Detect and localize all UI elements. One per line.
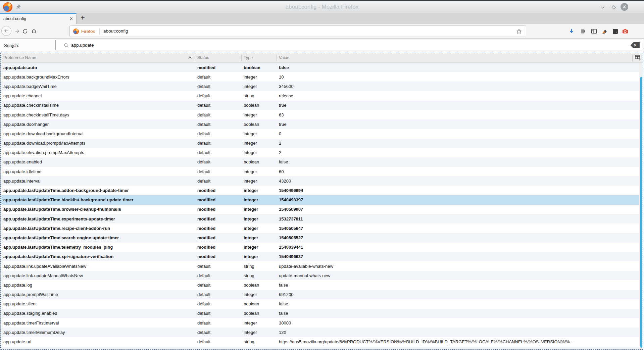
back-arrow-icon xyxy=(4,28,9,34)
table-header: Preference Name Status Type Value xyxy=(1,53,643,63)
cell-value: false xyxy=(279,159,639,164)
cell-name: app.update.lastUpdateTime.experiments-up… xyxy=(1,216,197,221)
cell-value: 120 xyxy=(279,330,639,335)
column-divider xyxy=(241,55,242,61)
sidebar-button[interactable] xyxy=(590,28,598,35)
table-row[interactable]: app.update.promptWaitTimedefaultinteger6… xyxy=(1,290,639,299)
maximize-button[interactable] xyxy=(610,3,618,11)
table-row[interactable]: app.update.lastUpdateTime.search-engine-… xyxy=(1,233,639,242)
cell-name: app.update.checkInstallTime xyxy=(1,103,197,108)
table-row[interactable]: app.update.download.backgroundIntervalde… xyxy=(1,129,639,138)
search-icon xyxy=(64,43,69,48)
table-row[interactable]: app.update.channeldefaultstringrelease xyxy=(1,91,639,101)
cell-name: app.update.timerMinimumDelay xyxy=(1,330,197,335)
tab-about-config[interactable]: about:config × xyxy=(0,13,77,24)
table-row[interactable]: app.update.automodifiedbooleanfalse xyxy=(1,63,639,72)
cell-value: 43200 xyxy=(279,179,639,184)
library-button[interactable] xyxy=(579,28,587,35)
table-row[interactable]: app.update.urldefaultstringhttps://aus5.… xyxy=(1,337,639,346)
cell-value: 1540039441 xyxy=(279,245,639,250)
table-row[interactable]: app.update.idletimedefaultinteger60 xyxy=(1,167,639,176)
cell-type: integer xyxy=(244,74,279,80)
cell-name: app.update.channel xyxy=(1,93,197,98)
cell-type: string xyxy=(244,339,279,344)
table-row[interactable]: app.update.backgroundMaxErrorsdefaultint… xyxy=(1,72,639,82)
table-row[interactable]: app.update.silentdefaultbooleanfalse xyxy=(1,299,639,309)
cell-status: default xyxy=(197,301,244,306)
clear-search-button[interactable]: ✕ xyxy=(631,42,640,48)
chevron-down-icon xyxy=(600,5,605,10)
url-bar[interactable]: Firefox about:config xyxy=(69,26,526,37)
table-row[interactable]: app.update.lastUpdateTime.experiments-up… xyxy=(1,214,639,223)
cell-type: integer xyxy=(244,84,279,89)
cell-name: app.update.url xyxy=(1,339,197,344)
table-row[interactable]: app.update.timerFirstIntervaldefaultinte… xyxy=(1,318,639,328)
table-row[interactable]: app.update.logdefaultbooleanfalse xyxy=(1,280,639,290)
site-identity[interactable]: Firefox xyxy=(73,29,95,34)
cell-value: 63 xyxy=(279,112,639,117)
download-arrow-icon xyxy=(569,28,574,34)
cell-value: update-manual-whats-new xyxy=(279,273,639,278)
bookmark-star-icon[interactable] xyxy=(516,29,522,34)
cell-name: app.update.checkInstallTime.days xyxy=(1,112,197,117)
downloads-button[interactable] xyxy=(568,28,575,35)
column-header-type[interactable]: Type xyxy=(244,55,253,60)
table-row[interactable]: app.update.doorhangerdefaultbooleantrue xyxy=(1,119,639,129)
cell-value: release xyxy=(279,93,639,98)
cell-name: app.update.silent xyxy=(1,301,197,306)
table-row[interactable]: app.update.lastUpdateTime.telemetry_modu… xyxy=(1,243,639,252)
cell-status: default xyxy=(197,273,244,278)
screenshot-camera-button[interactable] xyxy=(622,28,629,35)
table-row[interactable]: app.update.lastUpdateTime.addon-backgrou… xyxy=(1,186,639,195)
column-header-value[interactable]: Value xyxy=(279,55,289,60)
cell-type: integer xyxy=(244,245,279,250)
pref-rows: app.update.automodifiedbooleanfalseapp.u… xyxy=(1,63,639,349)
table-row[interactable]: app.update.timerMinimumDelaydefaultinteg… xyxy=(1,328,639,337)
cell-value: update-available-whats-new xyxy=(279,264,639,269)
new-tab-button[interactable]: + xyxy=(81,13,85,22)
table-row[interactable]: app.update.enableddefaultbooleanfalse xyxy=(1,157,639,167)
cell-type: integer xyxy=(244,188,279,193)
table-row[interactable]: app.update.badgeWaitTimedefaultinteger34… xyxy=(1,82,639,91)
minimize-button[interactable] xyxy=(599,3,607,11)
table-row[interactable]: app.update.elevation.promptMaxAttemptsde… xyxy=(1,148,639,157)
cell-value: 2 xyxy=(279,150,639,155)
back-button[interactable] xyxy=(1,26,11,36)
reload-button[interactable] xyxy=(21,28,29,35)
column-header-preference-name[interactable]: Preference Name xyxy=(3,55,36,60)
table-row[interactable]: app.update.lastUpdateTime.xpi-signature-… xyxy=(1,252,639,261)
cell-name: app.update.lastUpdateTime.browser-cleanu… xyxy=(1,207,197,212)
window-title: about:config - Mozilla Firefox xyxy=(0,4,644,10)
cell-name: app.update.interval xyxy=(1,179,197,184)
cell-value: 1540493397 xyxy=(279,197,639,202)
search-input[interactable]: app.update ✕ xyxy=(55,40,642,50)
table-row[interactable]: app.update.lastUpdateTime.blocklist-back… xyxy=(1,195,639,205)
table-row[interactable]: app.update.lastUpdateTime.recipe-client-… xyxy=(1,223,639,233)
dark-extension-icon: d xyxy=(612,29,618,34)
table-row[interactable]: app.update.link.updateAvailableWhatsNewd… xyxy=(1,261,639,271)
home-button[interactable] xyxy=(30,28,38,35)
close-button[interactable] xyxy=(621,3,628,11)
cell-name: app.update.timerFirstInterval xyxy=(1,320,197,326)
table-row[interactable]: app.update.lastUpdateTime.browser-cleanu… xyxy=(1,205,639,214)
table-row[interactable]: app.update.url.manualdefaultstringhttps:… xyxy=(1,347,639,349)
cell-type: string xyxy=(244,93,279,98)
scrollbar-thumb[interactable] xyxy=(640,77,642,348)
table-row[interactable]: app.update.download.promptMaxAttemptsdef… xyxy=(1,139,639,148)
column-picker-icon[interactable] xyxy=(635,55,641,61)
column-header-status[interactable]: Status xyxy=(197,55,209,60)
table-row[interactable]: app.update.checkInstallTimedefaultboolea… xyxy=(1,101,639,110)
table-row[interactable]: app.update.link.updateManualWhatsNewdefa… xyxy=(1,271,639,280)
extension-fox-button[interactable] xyxy=(601,28,608,35)
reload-icon xyxy=(22,29,28,34)
cell-value: 691200 xyxy=(279,292,639,297)
table-row[interactable]: app.update.intervaldefaultinteger43200 xyxy=(1,176,639,186)
search-row: Search: app.update ✕ xyxy=(0,39,644,53)
tab-close-icon[interactable]: × xyxy=(70,15,73,22)
extension-dark-button[interactable]: d xyxy=(611,28,619,35)
forward-button[interactable] xyxy=(13,28,21,35)
cell-value: 1540505527 xyxy=(279,235,639,240)
table-row[interactable]: app.update.checkInstallTime.daysdefaulti… xyxy=(1,110,639,119)
table-row[interactable]: app.update.staging.enableddefaultboolean… xyxy=(1,309,639,318)
cell-value: false xyxy=(279,65,639,70)
